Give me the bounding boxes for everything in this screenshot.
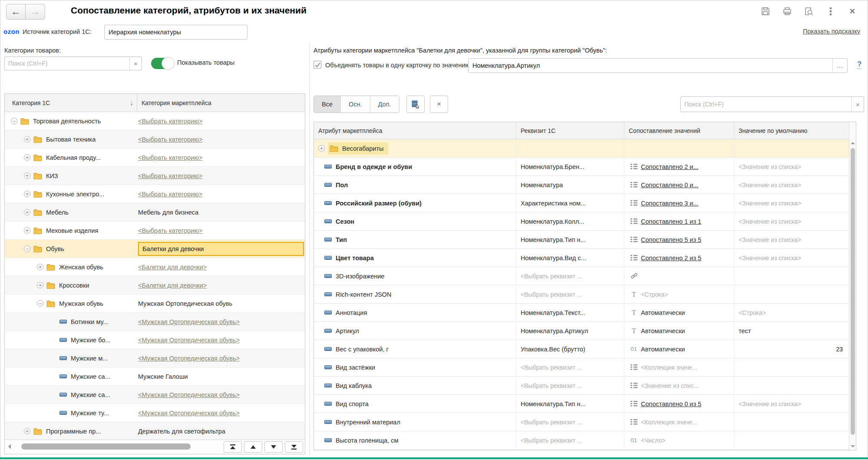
- attribute-name-cell[interactable]: Пол: [314, 176, 516, 194]
- category-1c-cell[interactable]: +Кабельная проду...: [5, 149, 137, 166]
- category-row[interactable]: Ботинки му...<Мужская Ортопедическая обу…: [5, 313, 305, 331]
- mapping-link[interactable]: Сопоставлено 3 и...: [641, 200, 699, 207]
- mapping-cell[interactable]: Сопоставлено 1 из 1: [624, 212, 734, 230]
- category-row[interactable]: Мужские са...<Мужская Ортопедическая обу…: [5, 386, 305, 404]
- attribute-name-cell[interactable]: Вид спорта: [314, 395, 516, 413]
- show-hint-link[interactable]: Показать подсказку: [803, 28, 860, 35]
- mapping-cell[interactable]: <Коллекция значе...: [624, 413, 734, 431]
- default-value-cell[interactable]: <Значение из списка>: [734, 249, 849, 267]
- mapping-cell[interactable]: [624, 267, 734, 285]
- tree-expand-icon[interactable]: +: [318, 145, 325, 152]
- category-1c-cell[interactable]: −Торговая деятельность: [5, 112, 137, 130]
- rekvizit-cell[interactable]: <Выбрать реквизит ...: [516, 285, 624, 303]
- forward-button[interactable]: →: [26, 4, 45, 20]
- marketplace-category-link[interactable]: <Выбрать категорию>: [138, 136, 202, 143]
- default-value-cell[interactable]: <Значение из списка>: [734, 194, 849, 212]
- marketplace-category-cell[interactable]: <Мужская Ортопедическая обувь>: [137, 331, 305, 349]
- category-row[interactable]: −ОбувьБалетки для девочки: [5, 240, 305, 258]
- category-row[interactable]: +КИЗ<Выбрать категорию>: [5, 167, 305, 185]
- default-value-cell[interactable]: [734, 377, 849, 394]
- mapping-link[interactable]: Сопоставлено 5 из 5: [641, 236, 701, 243]
- choose-rekvizit-button[interactable]: ...: [832, 59, 847, 73]
- tree-expand-icon[interactable]: +: [37, 264, 43, 270]
- vertical-scroll-thumb[interactable]: [851, 148, 855, 435]
- default-value-cell[interactable]: 23: [734, 340, 849, 358]
- default-value-cell[interactable]: [734, 358, 849, 376]
- category-row[interactable]: +Кроссовки<Балетки для девочки>: [5, 276, 305, 295]
- tree-expand-icon[interactable]: +: [24, 136, 30, 142]
- attribute-name-cell[interactable]: Российский размер (обуви): [314, 194, 516, 212]
- default-value-cell[interactable]: <Значение из списка>: [734, 212, 849, 230]
- category-1c-cell[interactable]: +Бытовая техника: [5, 130, 137, 148]
- marketplace-category-cell[interactable]: <Выбрать категорию>: [137, 149, 305, 166]
- default-value-cell[interactable]: <Строка>: [734, 304, 849, 321]
- tree-expand-icon[interactable]: +: [37, 282, 43, 288]
- column-header-1c-category[interactable]: Категория 1С ↓: [5, 94, 137, 112]
- default-value-cell[interactable]: <Значение из списка>: [734, 395, 849, 413]
- default-value-cell[interactable]: [734, 431, 849, 449]
- rekvizit-cell[interactable]: <Выбрать реквизит ...: [516, 377, 624, 394]
- attribute-row[interactable]: Rich-контент JSON<Выбрать реквизит ...T<…: [314, 285, 849, 304]
- category-row[interactable]: +Программные пр...Держатель для светофил…: [5, 422, 305, 440]
- marketplace-category-cell[interactable]: <Выбрать категорию>: [137, 185, 305, 203]
- marketplace-category-link[interactable]: <Выбрать категорию>: [138, 191, 202, 198]
- mapping-cell[interactable]: Сопоставлено 5 из 5: [624, 231, 734, 248]
- rekvizit-cell[interactable]: Номенклатура: [516, 176, 624, 194]
- marketplace-category-link[interactable]: <Мужская Ортопедическая обувь>: [138, 337, 240, 344]
- horizontal-scroll-thumb[interactable]: [21, 443, 191, 450]
- category-source-input[interactable]: [104, 25, 248, 40]
- tab-main[interactable]: Осн.: [341, 96, 370, 113]
- rekvizit-cell[interactable]: Характеристика ном...: [516, 194, 624, 212]
- category-1c-cell[interactable]: +Женская обувь: [5, 258, 137, 276]
- rekvizit-cell[interactable]: Номенклатура.Тип н...: [516, 395, 624, 413]
- back-button[interactable]: ←: [6, 4, 26, 20]
- marketplace-category-link[interactable]: <Выбрать категорию>: [138, 172, 202, 179]
- rekvizit-cell[interactable]: <Выбрать реквизит ...: [516, 431, 624, 449]
- marketplace-category-cell[interactable]: <Мужская Ортопедическая обувь>: [137, 313, 305, 331]
- more-menu-icon[interactable]: [825, 5, 837, 17]
- go-last-button[interactable]: [285, 441, 303, 453]
- category-1c-cell[interactable]: +Меховые изделия: [5, 222, 137, 239]
- marketplace-category-link[interactable]: <Мужская Ортопедическая обувь>: [138, 318, 240, 325]
- left-search-clear-icon[interactable]: ×: [129, 57, 142, 70]
- mapping-cell[interactable]: <Коллекция значе...: [624, 358, 734, 376]
- rekvizit-cell[interactable]: <Выбрать реквизит ...: [516, 358, 624, 376]
- attribute-row[interactable]: Вид спортаНоменклатура.Тип н...Сопоставл…: [314, 395, 849, 413]
- category-row[interactable]: Мужские ту...<Мужская Ортопедическая обу…: [5, 404, 305, 422]
- attribute-group-row[interactable]: +Весогабариты: [314, 139, 849, 158]
- rekvizit-cell[interactable]: Номенклатура.Колл...: [516, 212, 624, 230]
- attribute-name-cell[interactable]: Вес с упаковкой, г: [314, 340, 516, 358]
- default-value-cell[interactable]: <Значение из списка>: [734, 231, 849, 248]
- category-row[interactable]: −Мужская обувьМужская Ортопедическая обу…: [5, 295, 305, 313]
- attribute-row[interactable]: Вес с упаковкой, гУпаковка.Вес (брутто)0…: [314, 340, 849, 358]
- column-header-default[interactable]: Значение по умолчанию: [734, 122, 849, 139]
- category-row[interactable]: +Кухонные электро...<Выбрать категорию>: [5, 185, 305, 203]
- mapping-cell[interactable]: Сопоставлено 3 и...: [624, 194, 734, 212]
- marketplace-category-link[interactable]: <Выбрать категорию>: [138, 118, 202, 125]
- marketplace-category-cell[interactable]: Мебель для бизнеса: [137, 203, 305, 221]
- rekvizit-cell[interactable]: Номенклатура.Текст...: [516, 304, 624, 321]
- attribute-row[interactable]: Внутренний материал<Выбрать реквизит ...…: [314, 413, 849, 431]
- category-1c-cell[interactable]: Мужские са...: [5, 386, 137, 404]
- marketplace-category-cell[interactable]: <Выбрать категорию>: [137, 130, 305, 148]
- mapping-cell[interactable]: Сопоставлено 0 из 5: [624, 395, 734, 413]
- attribute-name-cell[interactable]: Аннотация: [314, 304, 516, 321]
- attribute-name-cell[interactable]: Сезон: [314, 212, 516, 230]
- rekvizit-cell[interactable]: <Выбрать реквизит ...: [516, 267, 624, 285]
- clear-selection-button[interactable]: ×: [430, 96, 448, 113]
- category-1c-cell[interactable]: Мужские са...: [5, 367, 137, 385]
- mapping-cell[interactable]: TАвтоматически: [624, 322, 734, 340]
- marketplace-category-cell[interactable]: Мужские Галоши: [137, 367, 305, 385]
- marketplace-category-cell[interactable]: <Балетки для девочки>: [137, 276, 305, 294]
- marketplace-category-link[interactable]: <Выбрать категорию>: [138, 154, 202, 161]
- pick-values-button[interactable]: [406, 96, 425, 113]
- category-1c-cell[interactable]: Ботинки му...: [5, 313, 137, 331]
- left-search-input[interactable]: [5, 57, 129, 70]
- rekvizit-cell[interactable]: Номенклатура.Тип н...: [516, 231, 624, 248]
- attribute-row[interactable]: Цвет товараНоменклатура.Вид с...Сопостав…: [314, 249, 849, 267]
- tab-additional[interactable]: Доп.: [370, 96, 399, 113]
- default-value-cell[interactable]: <Значение из списка>: [734, 176, 849, 194]
- marketplace-category-cell[interactable]: <Выбрать категорию>: [137, 167, 305, 185]
- marketplace-category-cell[interactable]: <Мужская Ортопедическая обувь>: [137, 404, 305, 422]
- mapping-cell[interactable]: Сопоставлено 2 и...: [624, 158, 734, 175]
